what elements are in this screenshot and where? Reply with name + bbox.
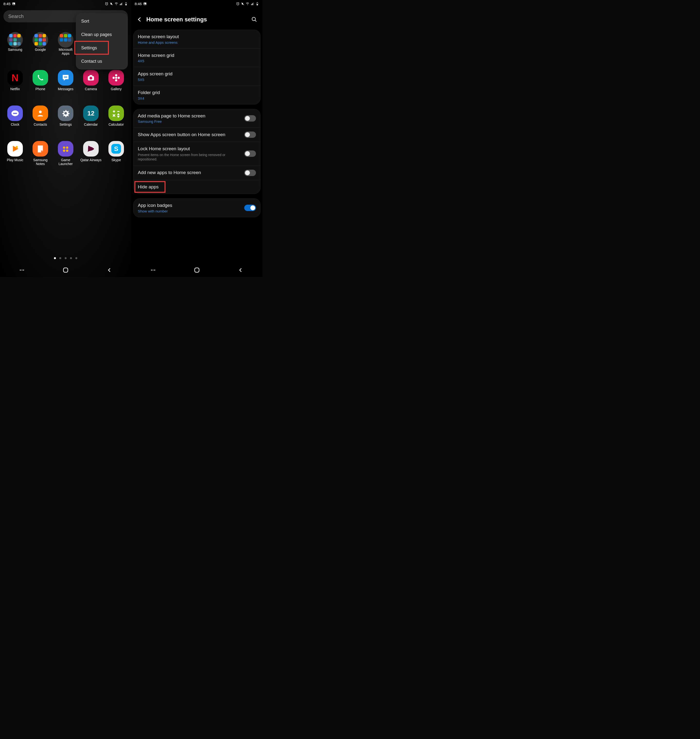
- page-dot[interactable]: [54, 257, 56, 259]
- setting-home-screen-grid[interactable]: Home screen grid4X5: [134, 49, 260, 67]
- home-button[interactable]: [61, 265, 71, 275]
- svg-point-21: [118, 77, 120, 79]
- setting-title: Home screen layout: [138, 34, 256, 40]
- svg-point-18: [115, 74, 118, 77]
- app-calendar[interactable]: 12Calendar: [78, 106, 103, 127]
- svg-point-32: [118, 114, 119, 114]
- app-samsung[interactable]: Samsung: [3, 32, 28, 55]
- setting-description: Prevent items on the Home screen from be…: [138, 153, 241, 161]
- back-button[interactable]: [236, 265, 246, 275]
- app-qatar-airways[interactable]: Qatar Airways: [78, 141, 103, 166]
- svg-point-55: [252, 17, 256, 21]
- app-label: Camera: [85, 87, 97, 91]
- app-icon: [109, 106, 124, 121]
- svg-point-19: [115, 79, 118, 81]
- toggle-switch[interactable]: [244, 170, 256, 176]
- recents-button[interactable]: [148, 265, 158, 275]
- toggle-switch[interactable]: [244, 150, 256, 157]
- image-icon: [143, 2, 147, 6]
- menu-item-clean-up-pages[interactable]: Clean up pages: [76, 28, 128, 41]
- app-messages[interactable]: Messages: [53, 70, 78, 91]
- page-dot[interactable]: [59, 257, 61, 259]
- setting-folder-grid[interactable]: Folder grid3X4: [134, 86, 260, 104]
- svg-rect-54: [257, 4, 258, 5]
- app-label: Skype: [112, 158, 121, 162]
- alarm-icon: [105, 2, 109, 6]
- app-google[interactable]: Google: [28, 32, 53, 55]
- search-placeholder: Search: [8, 13, 24, 19]
- app-netflix[interactable]: NNetflix: [3, 70, 28, 91]
- status-bar: 8:46: [131, 0, 263, 7]
- toggle-switch[interactable]: [244, 205, 256, 211]
- toggle-switch[interactable]: [244, 115, 256, 122]
- image-icon: [12, 2, 16, 6]
- settings-group: App icon badgesShow with number: [133, 198, 260, 217]
- app-microsoft-apps[interactable]: Microsoft Apps: [53, 32, 78, 55]
- page-dot[interactable]: [75, 257, 77, 259]
- recents-button[interactable]: [17, 265, 27, 275]
- setting-add-media-page-to-home-screen[interactable]: Add media page to Home screenSamsung Fre…: [134, 109, 260, 128]
- page-indicator[interactable]: [0, 257, 131, 259]
- battery-icon: [256, 2, 259, 6]
- svg-point-13: [66, 77, 67, 78]
- app-calculator[interactable]: Calculator: [103, 106, 129, 127]
- home-screen-settings-screen: 8:46 Home screen settings Home screen la…: [131, 0, 263, 277]
- app-contacts[interactable]: Contacts: [28, 106, 53, 127]
- app-icon: [7, 106, 23, 121]
- app-label: Settings: [60, 122, 72, 127]
- setting-add-new-apps-to-home-screen[interactable]: Add new apps to Home screen: [134, 166, 260, 180]
- app-icon: [58, 106, 74, 121]
- app-game-launcher[interactable]: Game Launcher: [53, 141, 78, 166]
- svg-rect-49: [252, 3, 252, 5]
- svg-point-35: [16, 146, 18, 148]
- home-button[interactable]: [192, 265, 202, 275]
- setting-lock-home-screen-layout[interactable]: Lock Home screen layoutPrevent items on …: [134, 142, 260, 166]
- setting-title: Add new apps to Home screen: [138, 170, 241, 176]
- app-icon: [7, 141, 23, 156]
- svg-point-38: [63, 150, 65, 152]
- app-icon: N: [7, 70, 23, 85]
- svg-point-20: [113, 77, 115, 79]
- app-label: Phone: [35, 87, 45, 91]
- wifi-icon: [115, 2, 118, 6]
- toggle-switch[interactable]: [244, 131, 256, 138]
- svg-rect-4: [120, 4, 120, 5]
- signal-icon: [119, 2, 123, 6]
- menu-item-settings[interactable]: Settings: [76, 41, 128, 55]
- setting-show-apps-screen-button-on-home-screen[interactable]: Show Apps screen button on Home screen: [134, 128, 260, 142]
- back-icon[interactable]: [136, 16, 143, 23]
- status-time: 8:45: [3, 2, 10, 6]
- status-time: 8:46: [135, 2, 142, 6]
- app-phone[interactable]: Phone: [28, 70, 53, 91]
- setting-app-icon-badges[interactable]: App icon badgesShow with number: [134, 199, 260, 217]
- signal-icon: [251, 2, 254, 6]
- svg-rect-7: [122, 2, 122, 5]
- app-play-music[interactable]: Play Music: [3, 141, 28, 166]
- page-dot[interactable]: [65, 257, 66, 259]
- svg-rect-53: [257, 2, 257, 3]
- app-camera[interactable]: Camera: [78, 70, 103, 91]
- setting-hide-apps[interactable]: Hide apps: [134, 180, 260, 194]
- app-label: Contacts: [34, 122, 47, 127]
- back-button[interactable]: [104, 265, 114, 275]
- app-clock[interactable]: Clock: [3, 106, 28, 127]
- menu-item-sort[interactable]: Sort: [76, 15, 128, 28]
- setting-home-screen-layout[interactable]: Home screen layoutHome and Apps screens: [134, 30, 260, 49]
- app-gallery[interactable]: Gallery: [103, 70, 129, 91]
- context-menu: SortClean up pagesSettingsContact us: [76, 13, 128, 69]
- svg-rect-48: [251, 4, 251, 5]
- setting-title: App icon badges: [138, 203, 241, 209]
- folder-icon: [58, 32, 74, 48]
- app-settings[interactable]: Settings: [53, 106, 78, 127]
- app-label: Microsoft Apps: [55, 48, 76, 55]
- app-label: Gallery: [111, 87, 122, 91]
- setting-title: Lock Home screen layout: [138, 146, 241, 152]
- setting-apps-screen-grid[interactable]: Apps screen grid5X5: [134, 67, 260, 86]
- app-icon: [32, 141, 48, 156]
- app-icon: [58, 70, 74, 85]
- search-icon[interactable]: [251, 16, 257, 23]
- menu-item-contact-us[interactable]: Contact us: [76, 55, 128, 68]
- app-skype[interactable]: SSkype: [103, 141, 129, 166]
- app-samsung-notes[interactable]: Samsung Notes: [28, 141, 53, 166]
- page-dot[interactable]: [70, 257, 72, 259]
